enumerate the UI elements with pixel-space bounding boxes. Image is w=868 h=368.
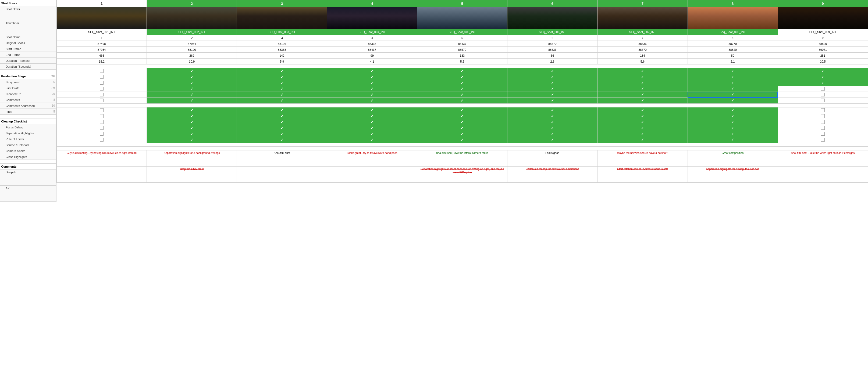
dur-s-4[interactable]: 4.1 <box>327 59 417 64</box>
shot-name-6[interactable]: SEQ_Shot_006_INT <box>507 29 597 35</box>
checkbox-sb-1[interactable] <box>100 69 103 73</box>
shot-name-1[interactable]: SEQ_Shot_001_INT <box>57 29 147 35</box>
fd-5[interactable] <box>417 74 507 80</box>
checkbox-fd-5[interactable] <box>461 75 464 79</box>
orig-6[interactable]: 6 <box>507 35 597 41</box>
checkbox-src-9[interactable] <box>821 126 825 130</box>
checkbox-cs-6[interactable] <box>551 132 554 136</box>
checkbox-sh-5[interactable] <box>461 115 464 118</box>
checkbox-rt-6[interactable] <box>551 121 554 124</box>
deepak-c-2[interactable]: Separation highlights for 3 background X… <box>147 150 237 167</box>
ak-c-2[interactable]: Drop the GNK droid <box>147 167 237 183</box>
start-6[interactable]: 88570 <box>507 41 597 47</box>
rt-1[interactable] <box>57 119 147 125</box>
cp-6[interactable] <box>507 86 597 92</box>
foc-2[interactable] <box>147 107 237 113</box>
cs-8[interactable] <box>688 131 778 137</box>
ak-c-5[interactable]: Separation highlights on laser cannons f… <box>417 167 507 183</box>
ca-3[interactable] <box>237 92 327 98</box>
cu-5[interactable] <box>417 80 507 86</box>
cu-3[interactable] <box>237 80 327 86</box>
shot-name-8[interactable]: Seq_Shot_008_INT <box>688 29 778 35</box>
checkbox-rt-8[interactable] <box>731 121 734 124</box>
foc-3[interactable] <box>237 107 327 113</box>
dur-f-5[interactable]: 133 <box>417 53 507 59</box>
foc-9[interactable] <box>778 107 868 113</box>
rt-5[interactable] <box>417 119 507 125</box>
checkbox-sh-9[interactable] <box>821 114 825 118</box>
cs-1[interactable] <box>57 131 147 137</box>
checkbox-fn-7[interactable] <box>641 99 644 102</box>
shot-header-2[interactable]: 2 <box>147 0 237 7</box>
shot-header-9[interactable]: 9 <box>778 0 868 7</box>
foc-6[interactable] <box>507 107 597 113</box>
cu-8[interactable] <box>688 80 778 86</box>
cu-6[interactable] <box>507 80 597 86</box>
start-7[interactable]: 88636 <box>597 41 688 47</box>
ca-4[interactable] <box>327 92 417 98</box>
src-6[interactable] <box>507 125 597 131</box>
shot-name-4[interactable]: SEQ_Shot_004_INT <box>327 29 417 35</box>
checkbox-cu-9[interactable] <box>821 81 824 85</box>
end-7[interactable]: 88770 <box>597 47 688 53</box>
dur-s-8[interactable]: 2.1 <box>688 59 778 64</box>
gh-7[interactable] <box>597 137 688 143</box>
dur-s-1[interactable]: 18.2 <box>57 59 147 64</box>
ca-1[interactable] <box>57 92 147 98</box>
fd-1[interactable] <box>57 74 147 80</box>
shot-header-8[interactable]: 8 <box>688 0 778 7</box>
ak-c-1[interactable] <box>57 167 147 183</box>
checkbox-cu-7[interactable] <box>641 81 644 85</box>
start-5[interactable]: 88437 <box>417 41 507 47</box>
shot-header-3[interactable]: 3 <box>237 0 327 7</box>
end-1[interactable]: 87934 <box>57 47 147 53</box>
dur-s-7[interactable]: 5.6 <box>597 59 688 64</box>
checkbox-sb-9[interactable] <box>821 70 824 73</box>
checkbox-fn-8[interactable] <box>731 99 734 102</box>
checkbox-fd-4[interactable] <box>371 75 373 79</box>
sh-6[interactable] <box>507 113 597 119</box>
checkbox-fd-8[interactable] <box>731 75 734 79</box>
fn-4[interactable] <box>327 98 417 104</box>
start-4[interactable]: 88338 <box>327 41 417 47</box>
checkbox-foc-3[interactable] <box>280 109 283 112</box>
orig-8[interactable]: 8 <box>688 35 778 41</box>
deepak-c-8[interactable]: Great composition <box>688 150 778 167</box>
gh-4[interactable] <box>327 137 417 143</box>
checkbox-gh-7[interactable] <box>641 138 644 141</box>
gh-6[interactable] <box>507 137 597 143</box>
checkbox-cp-8[interactable] <box>731 87 734 91</box>
checkbox-foc-7[interactable] <box>641 109 644 112</box>
checkbox-ca-2[interactable] <box>190 93 193 96</box>
ak-c-7[interactable]: Start rotation earlier? Animate focus is… <box>597 167 688 183</box>
orig-1[interactable]: 1 <box>57 35 147 41</box>
ca-9[interactable] <box>778 92 868 98</box>
gh-1[interactable] <box>57 137 147 143</box>
deepak-c-4[interactable]: Looks great - try to fix awkward hand po… <box>327 150 417 167</box>
checkbox-src-6[interactable] <box>551 127 554 130</box>
cs-5[interactable] <box>417 131 507 137</box>
checkbox-src-3[interactable] <box>280 127 283 130</box>
checkbox-sh-1[interactable] <box>100 114 103 118</box>
cp-4[interactable] <box>327 86 417 92</box>
shot-header-1[interactable]: 1 <box>57 0 147 7</box>
shot-header-5[interactable]: 5 <box>417 0 507 7</box>
end-8[interactable]: 88820 <box>688 47 778 53</box>
sh-4[interactable] <box>327 113 417 119</box>
sb-4[interactable] <box>327 68 417 74</box>
deepak-c-7[interactable]: Maybe the nozzles should have a hotspot? <box>597 150 688 167</box>
checkbox-rt-7[interactable] <box>641 121 644 124</box>
cu-4[interactable] <box>327 80 417 86</box>
deepak-c-1[interactable]: Guy is distracting - try having him move… <box>57 150 147 167</box>
checkbox-cu-3[interactable] <box>280 81 283 85</box>
src-8[interactable] <box>688 125 778 131</box>
shot-name-2[interactable]: SEQ_Shot_002_INT <box>147 29 237 35</box>
checkbox-src-5[interactable] <box>461 127 464 130</box>
ca-8[interactable] <box>688 92 778 98</box>
checkbox-cp-7[interactable] <box>641 87 644 91</box>
rt-2[interactable] <box>147 119 237 125</box>
sb-9[interactable] <box>778 68 868 74</box>
sb-6[interactable] <box>507 68 597 74</box>
checkbox-src-8[interactable] <box>731 127 734 130</box>
dur-s-5[interactable]: 5.5 <box>417 59 507 64</box>
